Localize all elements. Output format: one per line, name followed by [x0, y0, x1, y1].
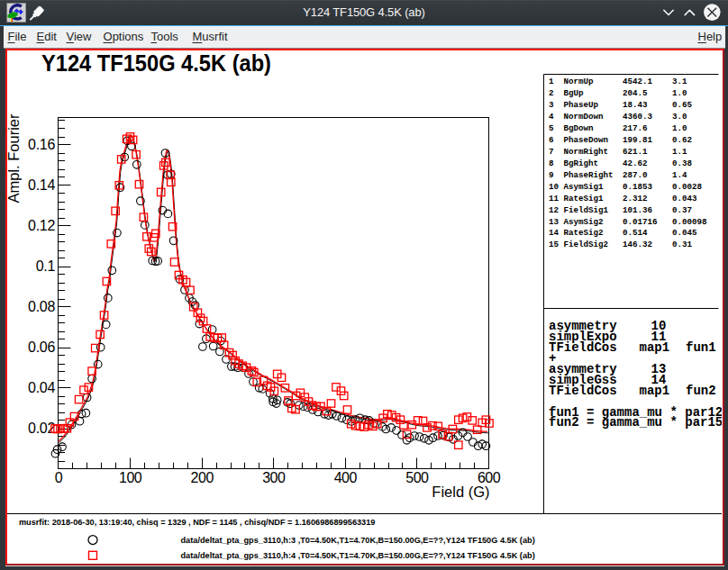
svg-text:4: 4 — [549, 112, 554, 122]
svg-text:0.31: 0.31 — [672, 240, 693, 249]
svg-text:1.1: 1.1 — [672, 147, 687, 157]
svg-text:1.4: 1.4 — [672, 170, 687, 180]
svg-text:400: 400 — [334, 470, 358, 485]
svg-text:4360.3: 4360.3 — [623, 112, 653, 122]
svg-text:146.32: 146.32 — [623, 240, 652, 249]
svg-text:NormUp: NormUp — [564, 77, 595, 86]
svg-text:map1: map1 — [640, 340, 670, 355]
svg-text:0.045: 0.045 — [672, 228, 697, 238]
svg-text:200: 200 — [191, 470, 214, 485]
svg-text:3: 3 — [549, 100, 554, 110]
svg-text:300: 300 — [262, 470, 286, 485]
svg-text:RateSig2: RateSig2 — [564, 228, 604, 238]
svg-text:BgDown: BgDown — [564, 123, 594, 133]
svg-text:0: 0 — [55, 470, 63, 485]
svg-text:fun2: fun2 — [686, 384, 716, 398]
svg-text:1: 1 — [549, 77, 554, 86]
svg-text:AsymSig2: AsymSig2 — [564, 217, 604, 227]
svg-text:Ampl. Fourier: Ampl. Fourier — [7, 113, 22, 204]
svg-text:1.0: 1.0 — [672, 123, 687, 133]
svg-text:PhaseUp: PhaseUp — [564, 100, 599, 110]
svg-text:PhaseDown: PhaseDown — [564, 135, 609, 145]
svg-text:6: 6 — [549, 135, 554, 145]
svg-text:217.6: 217.6 — [623, 123, 648, 133]
svg-text:0.14: 0.14 — [28, 177, 55, 193]
svg-text:13: 13 — [549, 217, 560, 227]
svg-text:FieldSig2: FieldSig2 — [564, 240, 609, 249]
svg-text:fun1: fun1 — [686, 340, 716, 355]
svg-text:5: 5 — [549, 123, 554, 133]
svg-text:0.65: 0.65 — [672, 100, 693, 110]
svg-text:0.1: 0.1 — [36, 258, 56, 274]
svg-text:Y124 TF150G 4.5K (ab): Y124 TF150G 4.5K (ab) — [41, 50, 271, 77]
svg-text:TFieldCos: TFieldCos — [549, 340, 617, 355]
svg-text:0.06: 0.06 — [28, 339, 55, 355]
svg-text:TFieldCos: TFieldCos — [549, 384, 617, 398]
svg-text:data/deltat_pta_gps_3110,h:4 ,: data/deltat_pta_gps_3110,h:4 ,T0=4.50K,T… — [181, 551, 535, 560]
svg-text:7: 7 — [549, 147, 554, 157]
svg-text:2: 2 — [549, 88, 554, 98]
svg-text:0.38: 0.38 — [672, 158, 693, 168]
svg-text:10: 10 — [549, 182, 559, 192]
svg-text:NormDown: NormDown — [564, 112, 604, 122]
svg-text:0.00098: 0.00098 — [672, 217, 707, 227]
svg-text:0.1853: 0.1853 — [623, 182, 653, 192]
svg-text:0.12: 0.12 — [28, 218, 55, 233]
svg-text:1.0: 1.0 — [672, 88, 687, 98]
svg-text:0.043: 0.043 — [672, 194, 697, 204]
svg-text:NormRight: NormRight — [564, 147, 609, 157]
svg-text:287.0: 287.0 — [623, 170, 648, 180]
svg-text:data/deltat_pta_gps_3110,h:3 ,: data/deltat_pta_gps_3110,h:3 ,T0=4.50K,T… — [181, 536, 535, 545]
svg-text:PhaseRight: PhaseRight — [564, 170, 614, 180]
svg-text:BgRight: BgRight — [564, 158, 599, 168]
svg-text:18.43: 18.43 — [623, 100, 648, 110]
svg-text:9: 9 — [549, 170, 554, 180]
svg-text:0.08: 0.08 — [28, 299, 55, 314]
svg-text:100: 100 — [119, 470, 142, 485]
svg-text:42.62: 42.62 — [623, 158, 648, 168]
svg-text:AsymSig1: AsymSig1 — [564, 182, 605, 192]
svg-text:15: 15 — [549, 240, 560, 249]
svg-text:3.0: 3.0 — [672, 112, 687, 122]
svg-text:621.1: 621.1 — [623, 147, 648, 157]
svg-text:0.62: 0.62 — [672, 135, 692, 145]
svg-text:500: 500 — [405, 470, 429, 485]
svg-text:0.37: 0.37 — [672, 205, 692, 215]
svg-text:199.81: 199.81 — [623, 135, 653, 145]
svg-text:0.01716: 0.01716 — [623, 217, 658, 227]
svg-text:0.16: 0.16 — [28, 137, 55, 152]
svg-text:BgUp: BgUp — [564, 88, 585, 98]
svg-text:2.312: 2.312 — [623, 194, 648, 204]
svg-text:11: 11 — [549, 194, 560, 204]
svg-text:FieldSig1: FieldSig1 — [564, 205, 609, 215]
svg-text:3.1: 3.1 — [672, 77, 687, 86]
svg-text:musrfit: 2018-06-30, 13:19:40,: musrfit: 2018-06-30, 13:19:40, chisq = 1… — [19, 518, 376, 527]
svg-text:0.04: 0.04 — [28, 380, 55, 395]
svg-text:101.36: 101.36 — [623, 205, 652, 215]
svg-text:0.0028: 0.0028 — [672, 182, 703, 192]
svg-text:Field (G): Field (G) — [432, 484, 489, 500]
svg-text:4542.1: 4542.1 — [623, 77, 653, 86]
svg-text:RateSig1: RateSig1 — [564, 194, 605, 204]
svg-text:fun2 = gamma_mu * par15: fun2 = gamma_mu * par15 — [549, 415, 722, 430]
svg-text:12: 12 — [549, 205, 559, 215]
svg-text:0.514: 0.514 — [623, 228, 648, 238]
svg-text:8: 8 — [549, 158, 554, 168]
svg-text:204.5: 204.5 — [623, 88, 648, 98]
svg-text:map1: map1 — [640, 384, 670, 398]
svg-text:14: 14 — [549, 228, 560, 238]
